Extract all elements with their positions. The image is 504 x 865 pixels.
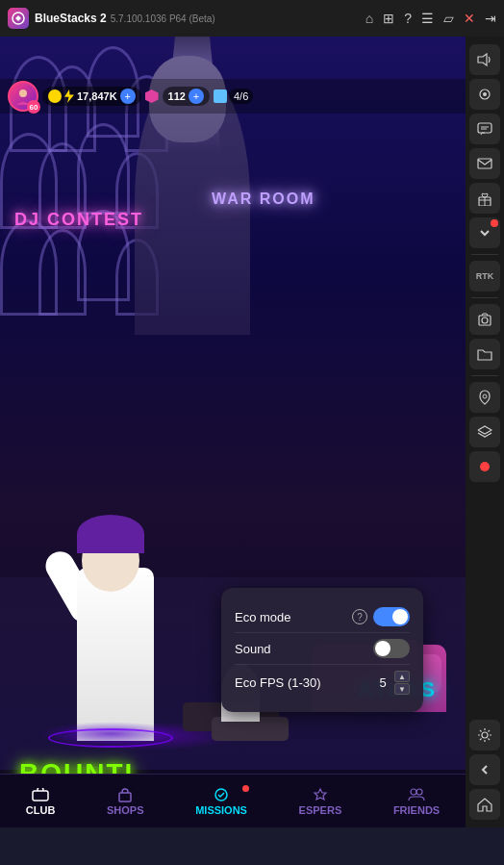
titlebar-icons: ⌂ ⊞ ? ☰ ▱ ✕ ⇥ xyxy=(365,11,496,26)
shops-icon xyxy=(115,787,135,802)
friends-label: FRIENDS xyxy=(393,804,440,816)
gem-currency: 112 + xyxy=(163,87,210,106)
close-icon[interactable]: ✕ xyxy=(464,11,475,26)
add-gold-button[interactable]: + xyxy=(120,89,136,104)
svg-point-7 xyxy=(416,789,422,795)
add-gem-button[interactable]: + xyxy=(189,89,204,104)
fps-increment-button[interactable]: ▲ xyxy=(394,671,410,682)
settings-button[interactable] xyxy=(469,720,500,751)
svg-point-21 xyxy=(482,732,488,738)
chat-button[interactable] xyxy=(469,114,500,144)
gold-currency: 17,847K + xyxy=(42,87,141,106)
stepper-buttons: ▲ ▼ xyxy=(394,671,410,695)
eco-panel: Eco mode ? Sound Eco FPS (1-30) 5 xyxy=(221,588,423,712)
nav-espers[interactable]: ESPERS xyxy=(291,783,350,820)
svg-point-6 xyxy=(411,789,416,795)
app-icon xyxy=(8,8,29,29)
active-red-button[interactable] xyxy=(469,451,500,482)
espers-icon xyxy=(311,787,330,802)
fps-value: 5 xyxy=(373,675,392,690)
record-button[interactable] xyxy=(469,79,500,110)
eco-fps-controls: 5 ▲ ▼ xyxy=(373,671,410,695)
fps-stepper: 5 ▲ ▼ xyxy=(373,671,410,695)
app-name: BlueStacks 2 xyxy=(35,12,107,25)
svg-rect-11 xyxy=(478,123,491,133)
location-button[interactable] xyxy=(469,382,500,413)
lightning-icon xyxy=(64,89,74,103)
game-viewport: DJ CONTEST WAR ROOM ATLAS BOUNTI 60 17,8… xyxy=(0,37,466,827)
screenshot-button[interactable] xyxy=(469,304,500,335)
right-sidebar: RTK xyxy=(466,37,504,827)
top-hud: 60 17,847K + 112 + 4/6 xyxy=(0,79,466,114)
missions-notification-dot xyxy=(242,785,249,792)
energy-value: 4/6 xyxy=(234,90,248,102)
nav-missions[interactable]: MISSIONS xyxy=(188,783,255,820)
level-badge: 60 xyxy=(27,100,40,114)
nav-shops[interactable]: SHOPS xyxy=(99,783,152,820)
svg-rect-14 xyxy=(478,159,491,168)
rtk-button[interactable]: RTK xyxy=(469,261,500,292)
eco-mode-toggle[interactable] xyxy=(373,607,410,626)
folder-button[interactable] xyxy=(469,339,500,369)
eco-mode-label: Eco mode xyxy=(235,610,291,624)
club-label: CLUB xyxy=(26,804,56,816)
nav-club[interactable]: CLUB xyxy=(18,783,63,820)
svg-rect-2 xyxy=(33,791,48,801)
expand-notification-dot xyxy=(491,219,498,227)
eco-fps-row: Eco FPS (1-30) 5 ▲ ▼ xyxy=(235,665,410,700)
dj-contest-label: DJ CONTEST xyxy=(14,210,143,230)
mail-button[interactable] xyxy=(469,148,500,179)
svg-point-10 xyxy=(483,92,487,96)
svg-point-19 xyxy=(482,318,488,323)
sidebar-separator-2 xyxy=(471,297,498,298)
svg-marker-5 xyxy=(315,789,326,800)
title-bar: BlueStacks 2 5.7.100.1036 P64 (Beta) ⌂ ⊞… xyxy=(0,0,504,37)
war-room-label: WAR ROOM xyxy=(212,191,315,208)
gold-icon xyxy=(48,89,62,103)
game-character xyxy=(58,500,183,741)
player-avatar[interactable]: 60 xyxy=(8,81,38,112)
home-icon[interactable]: ⌂ xyxy=(365,11,373,26)
bottom-nav: CLUB SHOPS MISSIONS ESPERS FRIENDS xyxy=(0,774,466,827)
record-indicator xyxy=(480,462,490,471)
svg-rect-3 xyxy=(119,793,131,801)
friends-icon xyxy=(407,787,426,802)
grid-icon[interactable]: ⊞ xyxy=(383,11,394,26)
app-version: 5.7.100.1036 P64 (Beta) xyxy=(111,13,365,24)
club-icon xyxy=(31,787,50,802)
svg-point-1 xyxy=(19,89,27,97)
gem-icon xyxy=(145,89,159,103)
espers-label: ESPERS xyxy=(299,804,342,816)
energy-display: 4/6 xyxy=(229,89,253,104)
sound-label: Sound xyxy=(235,642,271,656)
eco-mode-row: Eco mode ? xyxy=(235,601,410,633)
char-circle-ring xyxy=(48,728,173,748)
svg-point-20 xyxy=(483,394,487,398)
volume-button[interactable] xyxy=(469,44,500,75)
missions-icon xyxy=(212,787,231,802)
book-icon xyxy=(214,89,227,103)
eco-fps-label: Eco FPS (1-30) xyxy=(235,675,321,690)
expand-button[interactable] xyxy=(469,217,500,248)
sound-controls xyxy=(373,639,410,658)
menu-icon[interactable]: ☰ xyxy=(421,11,434,26)
shops-label: SHOPS xyxy=(107,804,144,816)
eco-mode-controls: ? xyxy=(352,607,410,626)
nav-friends[interactable]: FRIENDS xyxy=(386,783,447,820)
gem-amount: 112 xyxy=(168,90,186,102)
sound-toggle[interactable] xyxy=(373,639,410,658)
back-button[interactable] xyxy=(469,754,500,785)
home-button[interactable] xyxy=(469,789,500,820)
missions-label: MISSIONS xyxy=(195,804,247,816)
sidebar-separator-1 xyxy=(471,254,498,255)
help-icon[interactable]: ? xyxy=(404,11,412,26)
window-icon[interactable]: ▱ xyxy=(443,11,454,26)
sidebar-separator-3 xyxy=(471,375,498,376)
fps-decrement-button[interactable]: ▼ xyxy=(394,683,410,695)
eco-help-icon[interactable]: ? xyxy=(352,609,367,624)
expand-icon[interactable]: ⇥ xyxy=(485,11,496,26)
gold-amount: 17,847K xyxy=(77,90,117,102)
layers-button[interactable] xyxy=(469,417,500,447)
gift-button[interactable] xyxy=(469,183,500,214)
svg-marker-8 xyxy=(478,54,487,65)
